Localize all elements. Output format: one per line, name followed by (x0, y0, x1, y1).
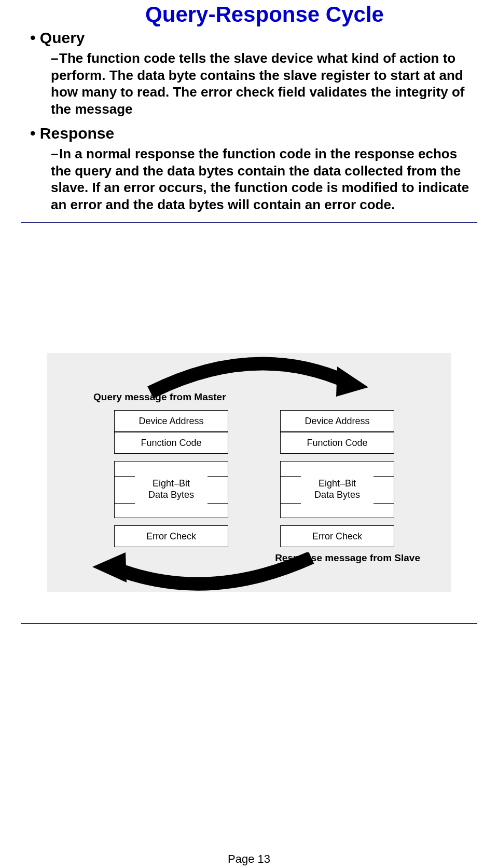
divider-bottom (21, 623, 477, 624)
bullet-query-text: The function code tells the slave device… (51, 50, 465, 117)
arrow-bottom-icon (83, 552, 332, 594)
cell-function-code-l: Function Code (114, 432, 228, 454)
bullet-response-label: Response (40, 125, 114, 142)
page-footer: Page 13 (0, 852, 498, 866)
bullet-query: • Query (30, 29, 477, 47)
bullet-response-sub: –In a normal response the function code … (51, 145, 477, 213)
divider-top (21, 222, 477, 223)
bullet-response-text: In a normal response the function code i… (51, 146, 469, 212)
cell-function-code-r: Function Code (280, 432, 394, 454)
cell-data-bytes-l-text: Eight–Bit Data Bytes (148, 478, 194, 500)
column-response: Device Address Function Code Eight–Bit D… (280, 410, 394, 547)
cell-device-address-l: Device Address (114, 410, 228, 432)
bullet-query-label: Query (40, 29, 85, 46)
page-title: Query-Response Cycle (21, 2, 477, 27)
svg-marker-1 (92, 552, 127, 582)
cell-error-check-l: Error Check (114, 525, 228, 547)
bullet-query-sub: –The function code tells the slave devic… (51, 50, 477, 117)
svg-marker-0 (336, 367, 368, 397)
bullet-response: • Response (30, 125, 477, 142)
column-query: Device Address Function Code Eight–Bit D… (114, 410, 228, 547)
diagram-query-response: Query message from Master Device Address… (47, 353, 451, 592)
cell-data-bytes-r-text: Eight–Bit Data Bytes (314, 478, 360, 500)
cell-device-address-r: Device Address (280, 410, 394, 432)
cell-data-bytes-l: Eight–Bit Data Bytes (114, 461, 228, 518)
cell-data-bytes-r: Eight–Bit Data Bytes (280, 461, 394, 518)
bullet-list: • Query –The function code tells the sla… (30, 29, 477, 213)
caption-query: Query message from Master (93, 391, 226, 403)
cell-error-check-r: Error Check (280, 525, 394, 547)
